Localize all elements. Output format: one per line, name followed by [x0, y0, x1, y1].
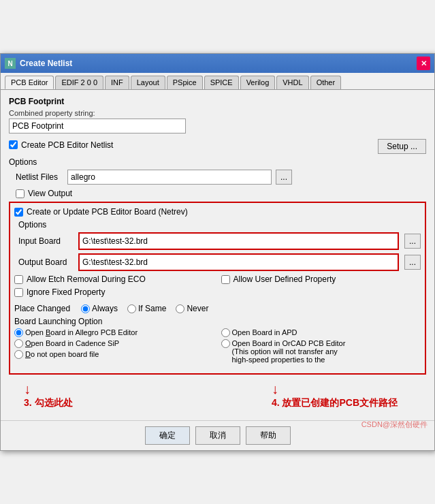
cancel-button[interactable]: 取消: [195, 426, 240, 445]
view-output-checkbox[interactable]: [16, 189, 25, 198]
allow-left-col: Allow Etch Removal During ECO Ignore Fix…: [14, 274, 214, 300]
annotations-row: ↓ 3. 勾选此处 ↓ 4. 放置已创建的PCB文件路径: [9, 379, 426, 409]
do-not-open-label: Do not open board file: [25, 350, 99, 358]
do-not-open-radio[interactable]: [14, 350, 23, 359]
board-launching-section: Board Launching Option Open Board in All…: [14, 317, 421, 366]
output-board-row: Output Board ...: [18, 253, 421, 271]
do-not-open-option[interactable]: Do not open board file: [14, 350, 214, 359]
tab-layout[interactable]: Layout: [131, 76, 165, 89]
arrow4-icon: ↓: [272, 381, 278, 396]
setup-button[interactable]: Setup ...: [378, 139, 426, 154]
inner-options-label: Options: [18, 220, 421, 230]
options-section: Options Netlist Files ... View Output: [9, 157, 426, 198]
open-cadence-option[interactable]: Open Board in Cadence SiP: [14, 339, 214, 348]
allow-user-checkbox[interactable]: [221, 275, 230, 284]
pcb-footprint-section: PCB Footprint Combined property string:: [9, 97, 426, 139]
ignore-fixed-label: Ignore Fixed Property: [27, 287, 105, 297]
open-allegro-radio[interactable]: [14, 328, 23, 337]
create-update-checkbox-row: Create or Update PCB Editor Board (Netre…: [14, 207, 421, 217]
tab-other[interactable]: Other: [310, 76, 342, 89]
open-allegro-label: Open Board in Allegro PCB Editor: [25, 328, 138, 336]
tab-pspice[interactable]: PSpice: [167, 76, 203, 89]
launching-left-col: Open Board in Allegro PCB Editor Open Bo…: [14, 328, 214, 366]
create-netlist-row: Create PCB Editor Netlist Setup ...: [9, 139, 426, 154]
input-board-browse-button[interactable]: ...: [404, 234, 421, 249]
pcb-footprint-label: PCB Footprint: [9, 97, 426, 106]
ignore-fixed-row: Ignore Fixed Property: [14, 287, 214, 297]
place-changed-row: Place Changed Always If Same Never: [14, 304, 421, 313]
options-label: Options: [9, 157, 426, 167]
netlist-files-label: Netlist Files: [16, 172, 63, 182]
open-cadence-radio[interactable]: [14, 339, 23, 348]
tab-verilog[interactable]: Verilog: [240, 76, 276, 89]
create-netlist-checkbox-row: Create PCB Editor Netlist: [9, 140, 113, 150]
window-icon: N: [5, 58, 16, 69]
combined-property-input[interactable]: [9, 119, 186, 133]
allow-user-label: Allow User Defined Property: [233, 274, 336, 284]
step4-annotation: ↓ 4. 放置已创建的PCB文件路径: [272, 381, 398, 409]
allow-etch-checkbox[interactable]: [14, 275, 23, 284]
place-changed-options: Always If Same Never: [81, 304, 208, 313]
tab-vhdl[interactable]: VHDL: [276, 76, 308, 89]
place-changed-always-radio[interactable]: [81, 304, 90, 313]
open-orcad-option[interactable]: Open Board in OrCAD PCB Editor(This opti…: [221, 339, 421, 364]
place-changed-never[interactable]: Never: [176, 304, 208, 313]
output-board-label: Output Board: [18, 257, 73, 267]
window-title: Create Netlist: [20, 59, 72, 68]
input-board-label: Input Board: [18, 236, 73, 246]
title-bar: N Create Netlist ✕: [1, 54, 434, 73]
allow-user-row: Allow User Defined Property: [221, 274, 421, 284]
netlist-files-browse-button[interactable]: ...: [276, 170, 292, 185]
view-output-label: View Output: [28, 189, 72, 198]
open-orcad-label: Open Board in OrCAD PCB Editor(This opti…: [232, 339, 346, 364]
open-allegro-option[interactable]: Open Board in Allegro PCB Editor: [14, 328, 214, 337]
create-netlist-checkbox[interactable]: [9, 140, 18, 149]
allow-right-col: Allow User Defined Property: [221, 274, 421, 300]
allow-etch-label: Allow Etch Removal During ECO: [27, 274, 146, 284]
input-board-highlighted: [78, 232, 399, 250]
view-output-row: View Output: [16, 189, 426, 198]
help-button[interactable]: 帮助: [246, 426, 291, 445]
open-apd-label: Open Board in APD: [232, 328, 297, 336]
place-changed-label: Place Changed: [14, 304, 76, 313]
open-apd-option[interactable]: Open Board in APD: [221, 328, 421, 337]
watermark: CSDN@深然创硬件: [361, 420, 428, 430]
create-update-section: Create or Update PCB Editor Board (Netre…: [9, 202, 426, 375]
launching-right-col: Open Board in APD Open Board in OrCAD PC…: [221, 328, 421, 366]
close-button[interactable]: ✕: [417, 57, 430, 70]
tab-bar: PCB Editor EDIF 2 0 0 INF Layout PSpice …: [1, 73, 434, 90]
board-launching-options: Open Board in Allegro PCB Editor Open Bo…: [14, 328, 421, 366]
input-board-input[interactable]: [80, 234, 398, 249]
create-netlist-window: N Create Netlist ✕ PCB Editor EDIF 2 0 0…: [0, 53, 435, 451]
netlist-files-row: Netlist Files ...: [16, 170, 426, 185]
create-update-label: Create or Update PCB Editor Board (Netre…: [27, 207, 188, 217]
allow-options-section: Allow Etch Removal During ECO Ignore Fix…: [14, 274, 421, 300]
output-board-input[interactable]: [80, 255, 398, 270]
arrow3-icon: ↓: [24, 381, 31, 396]
create-netlist-label: Create PCB Editor Netlist: [21, 140, 113, 150]
confirm-button[interactable]: 确定: [145, 426, 190, 445]
netlist-files-input[interactable]: [67, 170, 272, 185]
open-cadence-label: Open Board in Cadence SiP: [25, 339, 119, 347]
output-board-highlighted: [78, 253, 399, 271]
create-update-checkbox[interactable]: [14, 208, 23, 217]
place-changed-ifsame[interactable]: If Same: [127, 304, 166, 313]
tab-edif[interactable]: EDIF 2 0 0: [55, 76, 103, 89]
place-changed-always[interactable]: Always: [81, 304, 118, 313]
inner-options-section: Options Input Board ... Output Board ...: [18, 220, 421, 271]
open-orcad-radio[interactable]: [221, 339, 230, 348]
tab-inf[interactable]: INF: [105, 76, 129, 89]
output-board-browse-button[interactable]: ...: [404, 255, 421, 270]
place-changed-never-radio[interactable]: [176, 304, 184, 313]
title-bar-left: N Create Netlist: [5, 58, 72, 69]
allow-etch-row: Allow Etch Removal During ECO: [14, 274, 214, 284]
step3-annotation: ↓ 3. 勾选此处: [24, 381, 73, 409]
board-launching-label: Board Launching Option: [14, 317, 421, 326]
tab-pcb-editor[interactable]: PCB Editor: [5, 76, 54, 89]
tab-spice[interactable]: SPICE: [204, 76, 239, 89]
ignore-fixed-checkbox[interactable]: [14, 288, 23, 297]
open-apd-radio[interactable]: [221, 328, 230, 337]
input-board-row: Input Board ...: [18, 232, 421, 250]
combined-property-label: Combined property string:: [9, 109, 426, 117]
place-changed-ifsame-radio[interactable]: [127, 304, 136, 313]
